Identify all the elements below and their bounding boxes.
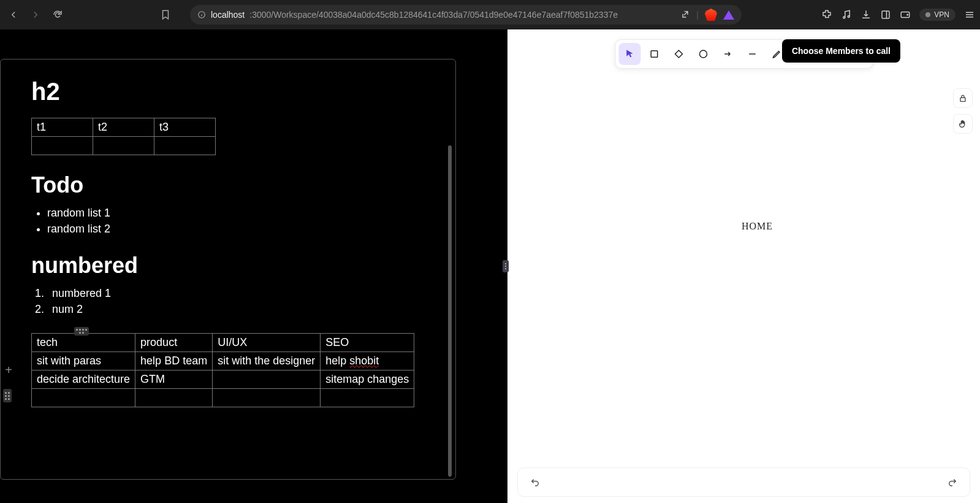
triangle-icon[interactable] bbox=[723, 10, 734, 20]
svg-point-11 bbox=[699, 50, 707, 58]
table-row bbox=[32, 137, 216, 155]
url-path: :3000/Workspace/40038a04a0dc45c8b1284641… bbox=[249, 10, 618, 20]
list-item[interactable]: random list 1 bbox=[47, 207, 425, 220]
drag-handle-row[interactable] bbox=[3, 389, 12, 402]
drag-handle-column[interactable] bbox=[74, 327, 89, 336]
table-cell[interactable]: decide architecture bbox=[32, 371, 135, 389]
table-row bbox=[32, 389, 414, 407]
extension-icon[interactable] bbox=[821, 9, 832, 20]
table-cell[interactable]: sit with paras bbox=[32, 352, 135, 371]
heading-todo[interactable]: Todo bbox=[31, 172, 425, 198]
panel-icon[interactable] bbox=[880, 9, 891, 20]
table-cell[interactable] bbox=[135, 389, 213, 407]
table-2[interactable]: tech product UI/UX SEO sit with paras he… bbox=[31, 333, 414, 407]
vpn-pill[interactable]: VPN bbox=[919, 9, 955, 21]
music-icon[interactable] bbox=[841, 9, 852, 20]
tool-line[interactable] bbox=[741, 43, 763, 65]
browser-chrome: localhost:3000/Workspace/40038a04a0dc45c… bbox=[0, 0, 980, 29]
table-row: tech product UI/UX SEO bbox=[32, 334, 414, 352]
table-1[interactable]: t1 t2 t3 bbox=[31, 118, 216, 155]
vpn-status-dot bbox=[925, 12, 930, 17]
table-cell[interactable] bbox=[32, 137, 93, 155]
brave-shield-icon[interactable] bbox=[705, 9, 717, 21]
canvas-bottom-bar bbox=[517, 467, 970, 497]
nav-back-button[interactable] bbox=[5, 6, 22, 23]
hamburger-icon[interactable] bbox=[964, 9, 975, 20]
svg-point-6 bbox=[907, 14, 908, 15]
table-cell[interactable] bbox=[93, 137, 154, 155]
split-handle[interactable] bbox=[503, 260, 509, 272]
tool-arrow[interactable] bbox=[716, 43, 739, 65]
nav-forward-button[interactable] bbox=[27, 6, 44, 23]
table-cell[interactable]: t2 bbox=[93, 118, 154, 137]
wallet-icon[interactable] bbox=[900, 9, 911, 20]
table-cell[interactable]: product bbox=[135, 334, 213, 352]
list-item[interactable]: num 2 bbox=[47, 303, 425, 316]
heading-h2[interactable]: h2 bbox=[31, 78, 425, 106]
add-row-button[interactable]: + bbox=[3, 365, 14, 376]
list-item[interactable]: random list 2 bbox=[47, 223, 425, 236]
download-icon[interactable] bbox=[860, 9, 872, 20]
editor-content[interactable]: h2 t1 t2 t3 Todo random list 1 random li… bbox=[0, 59, 456, 480]
table-cell[interactable]: sit with the designer bbox=[213, 352, 321, 371]
table-cell[interactable] bbox=[321, 389, 414, 407]
bookmark-icon[interactable] bbox=[157, 6, 174, 23]
table-cell[interactable]: UI/UX bbox=[213, 334, 321, 352]
canvas-text-home[interactable]: HOME bbox=[742, 221, 773, 232]
table-cell[interactable]: GTM bbox=[135, 371, 213, 389]
canvas-side-tools bbox=[953, 88, 973, 134]
spellcheck-underline: shobit bbox=[349, 355, 379, 367]
canvas-drawing-area[interactable] bbox=[507, 29, 691, 121]
scrollbar[interactable] bbox=[448, 145, 452, 477]
svg-rect-3 bbox=[882, 11, 889, 18]
undo-button[interactable] bbox=[526, 474, 544, 491]
table-cell[interactable] bbox=[213, 389, 321, 407]
table-row: t1 t2 t3 bbox=[32, 118, 216, 137]
canvas-pane: Choose Members to call HOME bbox=[507, 29, 980, 503]
svg-point-1 bbox=[843, 17, 845, 18]
table-cell[interactable]: t1 bbox=[32, 118, 93, 137]
lock-icon[interactable] bbox=[953, 88, 973, 108]
table-row: decide architecture GTM sitemap changes bbox=[32, 371, 414, 389]
nav-reload-button[interactable] bbox=[49, 6, 66, 23]
svg-rect-16 bbox=[960, 98, 965, 101]
hand-icon[interactable] bbox=[953, 114, 973, 134]
tool-circle[interactable] bbox=[692, 43, 714, 65]
vpn-label: VPN bbox=[934, 10, 949, 19]
table-cell[interactable]: tech bbox=[32, 334, 135, 352]
table-cell[interactable]: sitemap changes bbox=[321, 371, 414, 389]
table-cell[interactable]: help BD team bbox=[135, 352, 213, 371]
table-row: sit with paras help BD team sit with the… bbox=[32, 352, 414, 371]
redo-button[interactable] bbox=[944, 474, 961, 491]
url-host: localhost bbox=[211, 10, 245, 20]
table-cell[interactable] bbox=[154, 137, 216, 155]
todo-list[interactable]: random list 1 random list 2 bbox=[47, 207, 425, 236]
share-icon[interactable] bbox=[680, 10, 690, 20]
url-bar[interactable]: localhost:3000/Workspace/40038a04a0dc45c… bbox=[190, 5, 742, 25]
svg-point-2 bbox=[848, 16, 850, 18]
numbered-list[interactable]: numbered 1 num 2 bbox=[47, 287, 425, 316]
table-cell[interactable]: help shobit bbox=[321, 352, 414, 371]
table-cell[interactable]: SEO bbox=[321, 334, 414, 352]
choose-members-button[interactable]: Choose Members to call bbox=[782, 39, 900, 63]
heading-numbered[interactable]: numbered bbox=[31, 253, 425, 278]
table-cell[interactable] bbox=[32, 389, 135, 407]
info-icon bbox=[197, 10, 206, 19]
editor-pane: h2 t1 t2 t3 Todo random list 1 random li… bbox=[0, 29, 507, 503]
list-item[interactable]: numbered 1 bbox=[47, 287, 425, 300]
table-cell[interactable] bbox=[213, 371, 321, 389]
table-cell[interactable]: t3 bbox=[154, 118, 216, 137]
